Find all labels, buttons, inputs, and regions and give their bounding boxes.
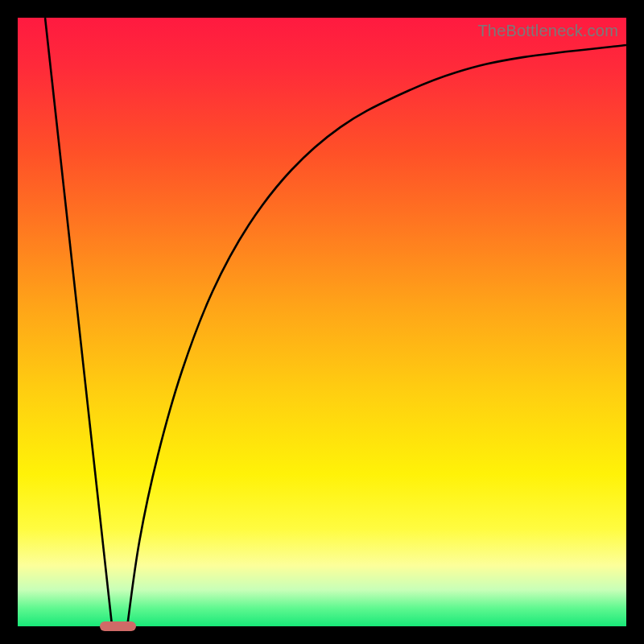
curve-layer (18, 18, 626, 626)
plot-area: TheBottleneck.com (18, 18, 626, 626)
optimum-marker (100, 621, 136, 631)
chart-frame: TheBottleneck.com (0, 0, 644, 644)
left-line (45, 18, 112, 626)
right-curve (127, 45, 626, 626)
